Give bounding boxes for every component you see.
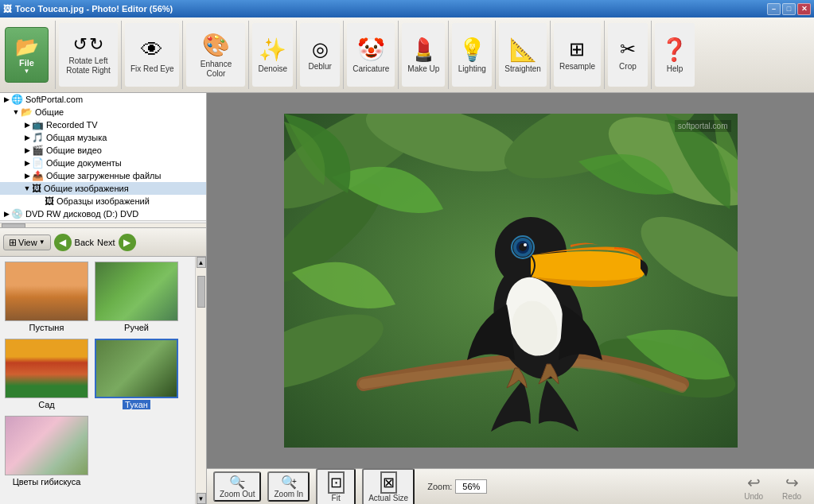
zoom-out-button[interactable]: 🔍− Zoom Out	[213, 471, 261, 502]
expand-icon: ▶	[2, 95, 11, 104]
deblur-button[interactable]: ◎ Deblur	[300, 23, 340, 87]
resample-button[interactable]: ⊞ Resample	[554, 23, 601, 87]
redo-button[interactable]: ↪ Redo	[776, 471, 808, 502]
actual-size-button[interactable]: ⊠ Actual Size	[362, 468, 415, 505]
toolbar-group-deblur: ◎ Deblur	[297, 21, 344, 89]
undo-icon: ↩	[747, 473, 761, 492]
thumb-hibiscus-label: Цветы гибискуса	[13, 477, 81, 487]
toolbar-group-caricature: 🤡 Caricature	[344, 21, 399, 89]
tree-item-music[interactable]: ▶ 🎵 Общая музыка	[0, 131, 206, 144]
title-bar-buttons: – □ ✕	[767, 3, 811, 15]
toolbar-group-help: ❓ Help	[652, 21, 698, 89]
recorded-label: Recorded TV	[46, 120, 98, 130]
undo-label: Undo	[744, 492, 763, 501]
deblur-label: Deblur	[308, 62, 331, 72]
bottom-bar: 🔍− Zoom Out 🔍+ Zoom In ⊡ Fit ⊠ Actual Si…	[207, 468, 814, 504]
thumb-item-desert[interactable]: Пустыня	[3, 260, 90, 334]
tree-item-recorded[interactable]: ▶ 📺 Recorded TV	[0, 118, 206, 131]
docs-label: Общие документы	[46, 158, 122, 168]
toolbar-group-file: 📂 File ▼	[2, 21, 56, 89]
toolbar-group-enhance: 🎨 Enhance Color	[183, 21, 249, 89]
tree-item-softportal[interactable]: ▶ 🌐 SoftPortal.com	[0, 93, 206, 106]
thumb-item-garden[interactable]: Сад	[3, 337, 90, 411]
file-icon: 📂	[15, 36, 39, 58]
redeye-icon: 👁	[141, 37, 163, 63]
denoise-button[interactable]: ✨ Denoise	[252, 23, 293, 87]
softportal-label: SoftPortal.com	[25, 95, 83, 104]
expand-icon-obschie: ▼	[11, 107, 21, 117]
tree-item-docs[interactable]: ▶ 📄 Общие документы	[0, 157, 206, 169]
expand-icon-recorded: ▶	[22, 120, 32, 130]
help-label: Help	[667, 64, 684, 74]
help-button[interactable]: ❓ Help	[655, 23, 695, 87]
tree-item-video[interactable]: ▶ 🎬 Общие видео	[0, 144, 206, 157]
straighten-label: Straighten	[504, 64, 541, 74]
dvd-label: DVD RW дисковод (D:) DVD	[25, 209, 138, 219]
help-icon: ❓	[660, 37, 688, 63]
straighten-button[interactable]: 📐 Straighten	[499, 23, 547, 87]
softportal-icon: 🌐	[11, 94, 23, 105]
zoom-in-label: Zoom In	[274, 490, 303, 498]
zoom-in-icon: 🔍+	[281, 475, 297, 490]
minimize-button[interactable]: –	[767, 3, 781, 15]
video-label: Общие видео	[46, 145, 102, 155]
caricature-button[interactable]: 🤡 Caricature	[347, 23, 395, 87]
resample-icon: ⊞	[569, 38, 585, 60]
tree-item-images[interactable]: ▼ 🖼 Общие изображения	[0, 182, 206, 195]
scrollbar-thumb[interactable]	[197, 276, 205, 308]
zoom-out-label: Zoom Out	[220, 490, 255, 498]
dvd-icon: 💿	[11, 208, 23, 219]
zoom-in-button[interactable]: 🔍+ Zoom In	[267, 471, 310, 502]
canvas-area: softportal.com 🔍− Zoom Out 🔍+ Zoom In ⊡ …	[207, 93, 814, 504]
scrollbar-up[interactable]: ▲	[197, 257, 206, 268]
scrollbar-down[interactable]: ▼	[197, 493, 206, 504]
tree-item-samples[interactable]: 🖼 Образцы изображений	[0, 195, 206, 207]
thumb-stream-label: Ручей	[124, 323, 149, 332]
next-button[interactable]: ▶	[119, 234, 136, 251]
file-button[interactable]: 📂 File ▼	[5, 27, 49, 83]
thumb-item-toucan[interactable]: Тукан	[93, 337, 180, 411]
expand-icon-video: ▶	[22, 145, 32, 155]
straighten-icon: 📐	[509, 37, 537, 63]
thumb-scrollbar: ▲ ▼	[195, 257, 206, 504]
back-label[interactable]: Back	[75, 238, 94, 247]
thumb-toucan-img	[95, 339, 178, 398]
next-label[interactable]: Next	[97, 238, 115, 247]
makeup-button[interactable]: 💄 Make Up	[402, 23, 445, 87]
redeye-button[interactable]: 👁 Fix Red Eye	[125, 23, 179, 87]
back-button[interactable]: ◀	[54, 234, 72, 251]
crop-button[interactable]: ✂ Crop	[608, 23, 648, 87]
expand-icon-dvd: ▶	[2, 209, 11, 219]
tree-item-uploads[interactable]: ▶ 📤 Общие загруженные файлы	[0, 169, 206, 182]
redo-icon: ↪	[785, 473, 799, 492]
undo-button[interactable]: ↩ Undo	[738, 471, 769, 502]
thumb-item-stream[interactable]: Ручей	[93, 260, 180, 334]
lighting-button[interactable]: 💡 Lighting	[452, 23, 492, 87]
file-dropdown-arrow: ▼	[24, 68, 30, 75]
denoise-label: Denoise	[258, 64, 287, 74]
zoom-text-label: Zoom:	[427, 482, 452, 491]
canvas-scroll[interactable]: softportal.com	[207, 93, 814, 468]
fit-button[interactable]: ⊡ Fit	[316, 468, 356, 505]
maximize-button[interactable]: □	[782, 3, 796, 15]
thumb-item-hibiscus[interactable]: Цветы гибискуса	[3, 414, 90, 488]
tree-item-obschie[interactable]: ▼ 📂 Общие	[0, 106, 206, 118]
music-label: Общая музыка	[46, 133, 107, 142]
obschie-label: Общие	[35, 107, 64, 117]
file-tree-scroll[interactable]: ▶ 🌐 SoftPortal.com ▼ 📂 Общие ▶ 📺 Recorde…	[0, 93, 206, 220]
enhance-button[interactable]: 🎨 Enhance Color	[186, 23, 245, 87]
view-button[interactable]: ⊞ View ▼	[3, 235, 51, 250]
uploads-label: Общие загруженные файлы	[46, 171, 161, 180]
close-button[interactable]: ✕	[797, 3, 811, 15]
thumb-toucan-label: Тукан	[123, 400, 150, 409]
zoom-input[interactable]	[455, 479, 487, 494]
folder-icon-obschie: 📂	[21, 107, 33, 118]
main-area: ▶ 🌐 SoftPortal.com ▼ 📂 Общие ▶ 📺 Recorde…	[0, 93, 814, 504]
tree-hscroll	[0, 220, 206, 228]
tree-item-dvd[interactable]: ▶ 💿 DVD RW дисковод (D:) DVD	[0, 207, 206, 220]
images-icon: 🖼	[32, 183, 41, 194]
file-label: File	[19, 58, 34, 68]
rotate-button[interactable]: ↻ ↻ Rotate Left Rotate Right	[59, 23, 118, 87]
samples-icon: 🖼	[45, 196, 54, 207]
video-icon: 🎬	[32, 145, 44, 156]
